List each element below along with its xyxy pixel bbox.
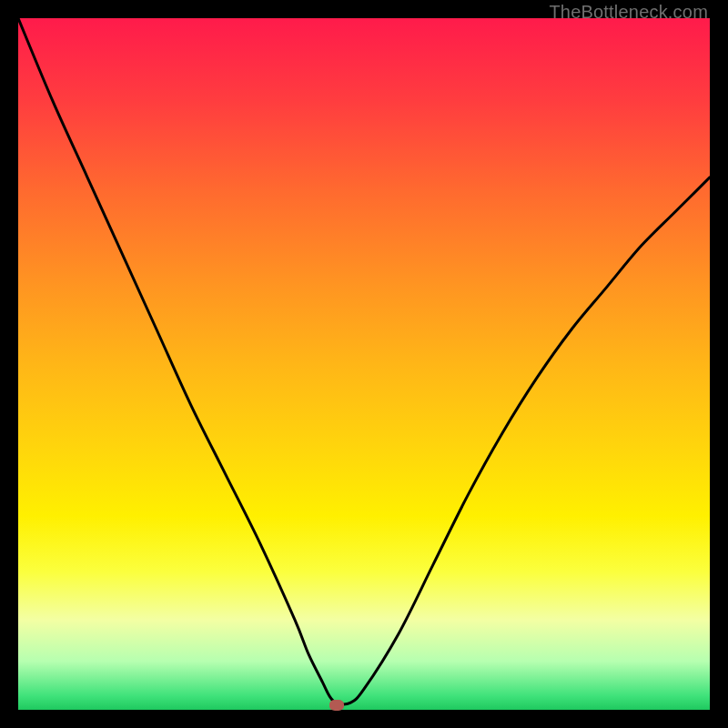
minimum-marker [329,700,344,711]
bottleneck-curve [18,18,710,710]
chart-frame: TheBottleneck.com [0,0,728,728]
plot-area [18,18,710,710]
